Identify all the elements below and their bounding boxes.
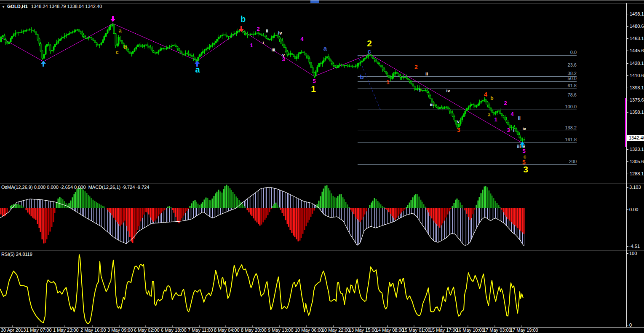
elliott-wave-label[interactable]: ii bbox=[425, 71, 428, 76]
osma-bar bbox=[236, 196, 237, 208]
osma-bar bbox=[258, 208, 259, 224]
osma-bar bbox=[466, 208, 468, 214]
elliott-wave-label[interactable]: 1 bbox=[311, 84, 316, 94]
elliott-wave-label[interactable]: v bbox=[457, 119, 460, 124]
elliott-wave-label[interactable]: b bbox=[360, 73, 363, 81]
elliott-wave-label[interactable]: 5 bbox=[522, 159, 526, 166]
osma-bar bbox=[495, 201, 496, 208]
elliott-wave-label[interactable]: 3 bbox=[523, 164, 528, 174]
osma-bar bbox=[124, 208, 126, 220]
osma-bar bbox=[190, 206, 191, 208]
osma-bar bbox=[396, 208, 398, 218]
osma-bar bbox=[266, 208, 267, 218]
osma-bar bbox=[26, 208, 27, 210]
elliott-wave-label[interactable]: 5 bbox=[522, 148, 525, 154]
osma-bar bbox=[336, 198, 337, 208]
osma-bar bbox=[298, 208, 299, 242]
horizontal-scrollbar-thumb[interactable] bbox=[310, 0, 319, 3]
osma-bar bbox=[128, 208, 129, 231]
osma-bar bbox=[285, 208, 286, 220]
elliott-wave-label[interactable]: 1 bbox=[250, 42, 253, 48]
osma-bar bbox=[414, 195, 415, 208]
elliott-wave-label[interactable]: iii bbox=[517, 144, 521, 149]
elliott-wave-label[interactable]: 3 bbox=[507, 127, 510, 133]
osma-bar bbox=[242, 204, 243, 208]
osma-bar bbox=[505, 208, 506, 215]
osma-bar bbox=[259, 208, 261, 226]
osma-bar bbox=[318, 201, 320, 208]
elliott-wave-label[interactable]: 2 bbox=[257, 26, 259, 32]
osma-bar bbox=[75, 192, 76, 208]
elliott-wave-label[interactable]: b bbox=[490, 95, 493, 101]
osma-bar bbox=[188, 208, 189, 209]
elliott-wave-label[interactable]: 5 bbox=[313, 78, 315, 84]
elliott-wave-label[interactable]: i bbox=[419, 88, 420, 93]
elliott-wave-label[interactable]: iv bbox=[278, 30, 282, 35]
elliott-wave-label[interactable]: i bbox=[262, 40, 264, 45]
elliott-wave-label[interactable]: 2 bbox=[367, 38, 372, 48]
elliott-wave-label[interactable]: a bbox=[488, 112, 491, 118]
elliott-wave-label[interactable]: c bbox=[115, 49, 118, 55]
osma-bar bbox=[113, 208, 115, 218]
elliott-wave-label[interactable]: ii bbox=[518, 116, 521, 121]
chart-canvas[interactable]: 0.023.638.250.061.878.6100.0138.2161.820… bbox=[0, 0, 644, 333]
osma-bar bbox=[230, 188, 231, 208]
elliott-wave-label[interactable]: 2 bbox=[504, 100, 507, 106]
elliott-wave-label[interactable]: iv bbox=[523, 126, 526, 131]
elliott-wave-label[interactable]: 1 bbox=[494, 116, 497, 123]
osma-bar bbox=[42, 208, 43, 239]
elliott-wave-label[interactable]: 3 bbox=[457, 126, 460, 133]
osma-bar bbox=[385, 208, 387, 209]
osma-bar bbox=[85, 191, 86, 208]
osma-bar bbox=[61, 198, 62, 208]
osma-bar bbox=[516, 208, 517, 226]
elliott-wave-label[interactable]: ii bbox=[266, 28, 268, 33]
elliott-wave-label[interactable]: 4 bbox=[300, 36, 304, 42]
osma-bar bbox=[301, 208, 302, 238]
osma-bar bbox=[193, 201, 194, 208]
elliott-wave-label[interactable]: 4 bbox=[510, 111, 514, 117]
elliott-wave-label[interactable]: c bbox=[368, 48, 371, 55]
chart-dropdown-icon[interactable]: ▼ bbox=[2, 5, 5, 9]
elliott-wave-label[interactable]: 4 bbox=[484, 91, 487, 98]
osma-bar bbox=[37, 208, 38, 224]
elliott-wave-label[interactable]: a bbox=[195, 65, 200, 74]
osma-bar bbox=[112, 208, 113, 215]
osma-bar bbox=[304, 208, 305, 230]
elliott-wave-label[interactable]: v bbox=[282, 52, 285, 57]
osma-bar bbox=[228, 186, 229, 208]
elliott-wave-label[interactable]: iii bbox=[430, 102, 433, 107]
elliott-wave-label[interactable]: 1 bbox=[386, 79, 390, 86]
osma-bar bbox=[312, 208, 313, 214]
osma-bar bbox=[449, 208, 450, 211]
osma-bar bbox=[82, 189, 83, 208]
osma-bar bbox=[167, 207, 168, 208]
price-tick-label: 1375.60 bbox=[630, 97, 644, 102]
osma-bar bbox=[27, 208, 29, 212]
elliott-wave-label[interactable]: b bbox=[124, 44, 127, 50]
elliott-wave-label[interactable]: 2 bbox=[414, 64, 418, 70]
elliott-wave-label[interactable]: iii bbox=[271, 47, 275, 52]
osma-bar bbox=[31, 208, 32, 216]
osma-bar bbox=[430, 208, 431, 216]
osma-bar bbox=[393, 208, 394, 218]
elliott-wave-label[interactable]: iv bbox=[446, 88, 450, 93]
osma-bar bbox=[355, 208, 356, 217]
osma-bar bbox=[16, 204, 18, 208]
osma-bar bbox=[175, 208, 176, 217]
osma-bar bbox=[96, 202, 97, 208]
elliott-wave-label[interactable]: v bbox=[523, 144, 525, 149]
elliott-wave-label[interactable]: i bbox=[513, 128, 515, 133]
elliott-wave-label[interactable]: c bbox=[524, 154, 526, 160]
elliott-wave-label[interactable]: b bbox=[240, 14, 246, 24]
elliott-wave-label[interactable]: a bbox=[323, 45, 327, 52]
osma-bar bbox=[455, 200, 457, 208]
osma-bar bbox=[344, 199, 345, 208]
osma-bar bbox=[489, 191, 490, 208]
osma-bar bbox=[517, 208, 518, 228]
elliott-wave-label[interactable]: a bbox=[118, 27, 122, 34]
osma-bar bbox=[310, 208, 312, 217]
osma-bar bbox=[328, 188, 329, 208]
osma-bar bbox=[198, 204, 199, 208]
osma-bar bbox=[109, 208, 110, 212]
